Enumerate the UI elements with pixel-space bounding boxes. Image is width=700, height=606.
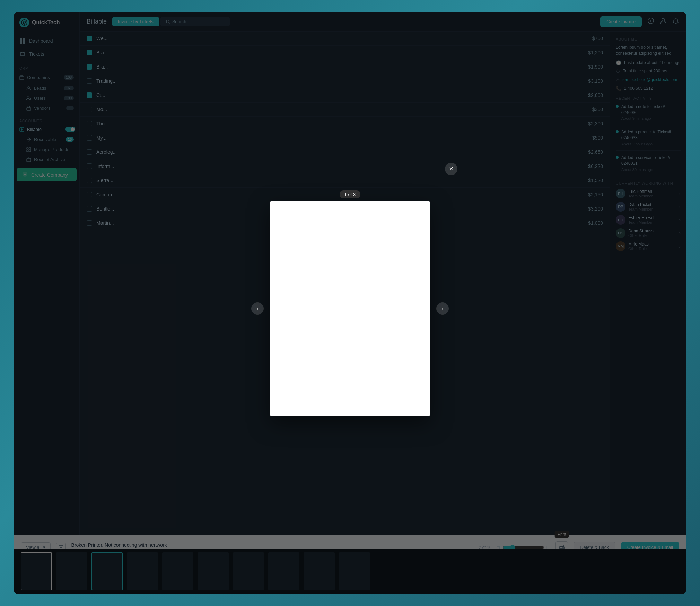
modal-prev-button[interactable]: ‹ bbox=[251, 302, 264, 315]
modal-container: × 1 of 3 ‹ › bbox=[270, 190, 430, 416]
main-content: Billable Invoice by Tickets Search... Cr… bbox=[80, 12, 686, 594]
modal-overlay[interactable]: × 1 of 3 ‹ › bbox=[80, 12, 686, 594]
modal-document bbox=[270, 201, 430, 416]
modal-close-button[interactable]: × bbox=[445, 163, 457, 175]
app-window: Q QuickTech Dashboard Tickets CRM bbox=[14, 12, 686, 594]
app-body: Q QuickTech Dashboard Tickets CRM bbox=[14, 12, 686, 594]
modal-next-button[interactable]: › bbox=[436, 302, 449, 315]
modal-page-indicator: 1 of 3 bbox=[340, 190, 361, 198]
